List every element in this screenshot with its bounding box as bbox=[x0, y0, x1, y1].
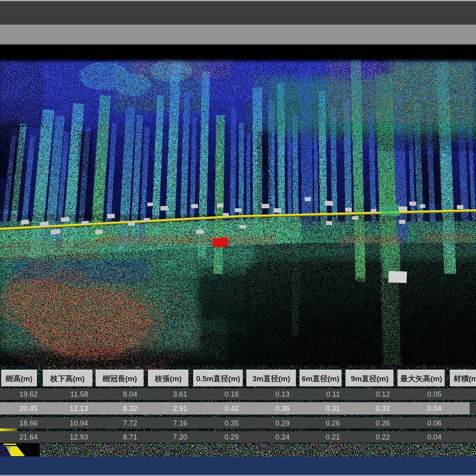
svg-text:0.05: 0.05 bbox=[427, 390, 441, 398]
svg-text:0.26: 0.26 bbox=[326, 419, 340, 427]
svg-text:0.24: 0.24 bbox=[275, 433, 290, 441]
svg-text:最大矢高(m): 最大矢高(m) bbox=[400, 374, 442, 383]
svg-text:9m直径(m): 9m直径(m) bbox=[351, 374, 388, 383]
svg-text:0.06: 0.06 bbox=[427, 419, 441, 427]
svg-text:0.5m直径(m): 0.5m直径(m) bbox=[196, 374, 240, 383]
svg-text:2.91: 2.91 bbox=[173, 404, 187, 413]
svg-text:7.16: 7.16 bbox=[173, 419, 187, 427]
svg-text:7.72: 7.72 bbox=[123, 419, 137, 427]
svg-text:0.13: 0.13 bbox=[275, 390, 290, 398]
svg-text:3m直径(m): 3m直径(m) bbox=[252, 374, 290, 383]
svg-text:6m直径(m): 6m直径(m) bbox=[301, 374, 339, 383]
svg-text:0.29: 0.29 bbox=[275, 419, 290, 427]
svg-text:0.35: 0.35 bbox=[225, 419, 239, 427]
svg-text:11.58: 11.58 bbox=[70, 390, 88, 398]
svg-text:0.16: 0.16 bbox=[225, 390, 239, 398]
svg-text:0.32: 0.32 bbox=[376, 404, 390, 413]
svg-text:0.04: 0.04 bbox=[427, 404, 441, 413]
svg-text:10.94: 10.94 bbox=[70, 419, 88, 427]
svg-text:21.64: 21.64 bbox=[19, 433, 38, 441]
svg-text:樹高(m): 樹高(m) bbox=[5, 374, 33, 383]
svg-text:0.22: 0.22 bbox=[376, 433, 390, 441]
svg-text:12.93: 12.93 bbox=[70, 433, 88, 441]
svg-text:0.21: 0.21 bbox=[326, 433, 340, 441]
svg-text:7.20: 7.20 bbox=[173, 433, 187, 441]
svg-text:12.13: 12.13 bbox=[70, 404, 88, 413]
svg-text:18.66: 18.66 bbox=[19, 419, 38, 427]
svg-text:8.71: 8.71 bbox=[123, 433, 137, 441]
svg-text:樹冠長(m): 樹冠長(m) bbox=[102, 374, 137, 383]
svg-text:0.26: 0.26 bbox=[376, 419, 390, 427]
svg-text:枝下高(m): 枝下高(m) bbox=[50, 374, 85, 383]
svg-text:8.04: 8.04 bbox=[123, 390, 137, 398]
svg-text:0.29: 0.29 bbox=[225, 433, 239, 441]
svg-text:0.04: 0.04 bbox=[427, 433, 441, 441]
svg-text:0.36: 0.36 bbox=[275, 404, 290, 413]
svg-text:枝張(m): 枝張(m) bbox=[154, 374, 182, 383]
svg-text:3.61: 3.61 bbox=[173, 390, 187, 398]
svg-text:材積(m: 材積(m bbox=[453, 374, 476, 383]
svg-text:0.42: 0.42 bbox=[225, 404, 239, 413]
svg-text:20.45: 20.45 bbox=[19, 404, 38, 413]
svg-text:8.32: 8.32 bbox=[123, 404, 137, 413]
svg-text:19.62: 19.62 bbox=[19, 390, 38, 398]
svg-text:0.11: 0.11 bbox=[326, 390, 340, 398]
svg-text:0.12: 0.12 bbox=[376, 390, 390, 398]
svg-text:0.31: 0.31 bbox=[326, 404, 340, 413]
